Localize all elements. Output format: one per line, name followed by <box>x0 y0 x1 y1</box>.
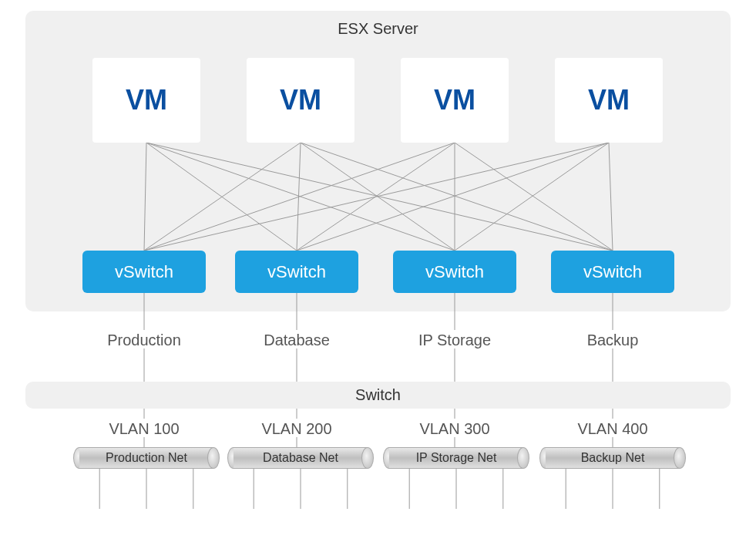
network-label-1: Database <box>235 332 358 349</box>
pipe-label: Production Net <box>79 447 213 469</box>
vswitch-box-1: vSwitch <box>235 251 358 293</box>
vswitch-box-3: vSwitch <box>551 251 674 293</box>
pipe-label: IP Storage Net <box>389 447 523 469</box>
network-label-0: Production <box>82 332 206 349</box>
vm-box-0: VM <box>92 58 200 143</box>
net-pipe-1: Database Net <box>227 447 374 469</box>
esx-server-title: ESX Server <box>25 20 731 38</box>
network-label-3: Backup <box>551 332 674 349</box>
pipe-cap-icon <box>674 447 686 469</box>
vm-box-1: VM <box>247 58 354 143</box>
switch-bar: Switch <box>25 382 731 409</box>
vswitch-box-2: vSwitch <box>393 251 516 293</box>
pipe-cap-icon <box>207 447 220 469</box>
vlan-label-2: VLAN 300 <box>393 420 516 438</box>
vlan-label-1: VLAN 200 <box>235 420 358 438</box>
net-pipe-3: Backup Net <box>539 447 686 469</box>
diagram-canvas: ESX Server VM VM VM VM vSwitch vSwitch v… <box>0 0 756 542</box>
pipe-cap-icon <box>361 447 374 469</box>
pipe-cap-icon <box>517 447 529 469</box>
vlan-label-0: VLAN 100 <box>82 420 206 438</box>
network-label-2: IP Storage <box>393 332 516 349</box>
vm-box-2: VM <box>401 58 509 143</box>
vlan-label-3: VLAN 400 <box>551 420 674 438</box>
pipe-label: Database Net <box>234 447 368 469</box>
net-pipe-2: IP Storage Net <box>383 447 529 469</box>
vm-box-3: VM <box>555 58 663 143</box>
net-pipe-0: Production Net <box>73 447 220 469</box>
vswitch-box-0: vSwitch <box>82 251 206 293</box>
pipe-label: Backup Net <box>546 447 680 469</box>
